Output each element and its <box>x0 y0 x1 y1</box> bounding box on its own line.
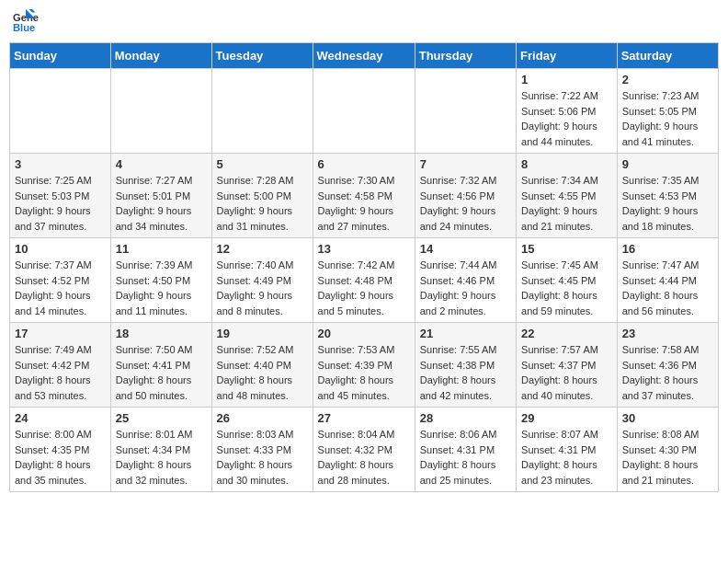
day-info: Sunrise: 7:49 AM Sunset: 4:42 PM Dayligh… <box>15 342 106 403</box>
page-header: General Blue <box>9 9 719 35</box>
calendar-cell: 2Sunrise: 7:23 AM Sunset: 5:05 PM Daylig… <box>617 69 718 154</box>
weekday-header-tuesday: Tuesday <box>211 43 313 69</box>
day-number: 25 <box>116 411 207 425</box>
calendar-cell: 1Sunrise: 7:22 AM Sunset: 5:06 PM Daylig… <box>517 69 618 154</box>
calendar-cell: 15Sunrise: 7:45 AM Sunset: 4:45 PM Dayli… <box>517 238 618 323</box>
calendar-table: SundayMondayTuesdayWednesdayThursdayFrid… <box>9 42 719 492</box>
day-info: Sunrise: 7:37 AM Sunset: 4:52 PM Dayligh… <box>15 258 106 318</box>
calendar-cell <box>211 69 313 154</box>
calendar-week-4: 17Sunrise: 7:49 AM Sunset: 4:42 PM Dayli… <box>10 323 719 408</box>
calendar-cell <box>10 69 111 154</box>
calendar-cell: 26Sunrise: 8:03 AM Sunset: 4:33 PM Dayli… <box>211 408 313 492</box>
svg-marker-3 <box>26 9 35 18</box>
day-info: Sunrise: 7:30 AM Sunset: 4:58 PM Dayligh… <box>318 173 410 234</box>
day-number: 2 <box>622 73 713 86</box>
weekday-header-saturday: Saturday <box>617 43 718 69</box>
calendar-week-3: 10Sunrise: 7:37 AM Sunset: 4:52 PM Dayli… <box>10 238 719 323</box>
day-info: Sunrise: 7:23 AM Sunset: 5:05 PM Dayligh… <box>622 88 713 149</box>
day-info: Sunrise: 7:25 AM Sunset: 5:03 PM Dayligh… <box>15 173 106 234</box>
day-info: Sunrise: 7:50 AM Sunset: 4:41 PM Dayligh… <box>116 342 207 403</box>
day-info: Sunrise: 8:03 AM Sunset: 4:33 PM Dayligh… <box>217 427 308 488</box>
day-info: Sunrise: 7:53 AM Sunset: 4:39 PM Dayligh… <box>318 342 410 403</box>
calendar-week-2: 3Sunrise: 7:25 AM Sunset: 5:03 PM Daylig… <box>10 154 719 238</box>
day-info: Sunrise: 8:04 AM Sunset: 4:32 PM Dayligh… <box>318 427 410 488</box>
calendar-cell: 17Sunrise: 7:49 AM Sunset: 4:42 PM Dayli… <box>10 323 111 408</box>
calendar-cell: 5Sunrise: 7:28 AM Sunset: 5:00 PM Daylig… <box>211 154 313 238</box>
weekday-header-thursday: Thursday <box>415 43 516 69</box>
day-info: Sunrise: 7:44 AM Sunset: 4:46 PM Dayligh… <box>420 258 511 318</box>
day-number: 9 <box>622 157 713 171</box>
calendar-cell: 13Sunrise: 7:42 AM Sunset: 4:48 PM Dayli… <box>313 238 415 323</box>
day-info: Sunrise: 7:58 AM Sunset: 4:36 PM Dayligh… <box>622 342 713 403</box>
weekday-header-sunday: Sunday <box>10 43 111 69</box>
day-number: 10 <box>15 242 106 256</box>
calendar-cell: 11Sunrise: 7:39 AM Sunset: 4:50 PM Dayli… <box>110 238 211 323</box>
calendar-cell: 9Sunrise: 7:35 AM Sunset: 4:53 PM Daylig… <box>617 154 718 238</box>
day-info: Sunrise: 7:32 AM Sunset: 4:56 PM Dayligh… <box>420 173 511 234</box>
day-number: 14 <box>420 242 511 256</box>
day-info: Sunrise: 7:57 AM Sunset: 4:37 PM Dayligh… <box>521 342 612 403</box>
calendar-cell <box>313 69 415 154</box>
day-info: Sunrise: 8:08 AM Sunset: 4:30 PM Dayligh… <box>622 427 713 488</box>
calendar-cell <box>415 69 516 154</box>
day-info: Sunrise: 8:06 AM Sunset: 4:31 PM Dayligh… <box>420 427 511 488</box>
day-info: Sunrise: 8:07 AM Sunset: 4:31 PM Dayligh… <box>521 427 612 488</box>
day-number: 22 <box>521 327 612 340</box>
day-number: 21 <box>420 327 511 340</box>
day-number: 18 <box>116 327 207 340</box>
day-number: 13 <box>318 242 410 256</box>
day-number: 30 <box>622 411 713 425</box>
day-number: 27 <box>318 411 410 425</box>
day-number: 17 <box>15 327 106 340</box>
day-number: 23 <box>622 327 713 340</box>
day-info: Sunrise: 7:22 AM Sunset: 5:06 PM Dayligh… <box>521 88 612 149</box>
weekday-header-monday: Monday <box>110 43 211 69</box>
day-info: Sunrise: 7:35 AM Sunset: 4:53 PM Dayligh… <box>622 173 713 234</box>
day-number: 1 <box>521 73 612 86</box>
day-info: Sunrise: 7:52 AM Sunset: 4:40 PM Dayligh… <box>217 342 308 403</box>
calendar-cell: 10Sunrise: 7:37 AM Sunset: 4:52 PM Dayli… <box>10 238 111 323</box>
logo: General Blue <box>13 9 35 35</box>
day-number: 28 <box>420 411 511 425</box>
day-info: Sunrise: 7:55 AM Sunset: 4:38 PM Dayligh… <box>420 342 511 403</box>
calendar-cell: 29Sunrise: 8:07 AM Sunset: 4:31 PM Dayli… <box>517 408 618 492</box>
calendar-cell: 23Sunrise: 7:58 AM Sunset: 4:36 PM Dayli… <box>617 323 718 408</box>
calendar-cell: 28Sunrise: 8:06 AM Sunset: 4:31 PM Dayli… <box>415 408 516 492</box>
day-number: 8 <box>521 157 612 171</box>
day-number: 15 <box>521 242 612 256</box>
calendar-cell <box>110 69 211 154</box>
calendar-body: 1Sunrise: 7:22 AM Sunset: 5:06 PM Daylig… <box>10 69 719 492</box>
day-number: 3 <box>15 157 106 171</box>
calendar-cell: 20Sunrise: 7:53 AM Sunset: 4:39 PM Dayli… <box>313 323 415 408</box>
calendar-cell: 8Sunrise: 7:34 AM Sunset: 4:55 PM Daylig… <box>517 154 618 238</box>
calendar-cell: 21Sunrise: 7:55 AM Sunset: 4:38 PM Dayli… <box>415 323 516 408</box>
calendar-cell: 24Sunrise: 8:00 AM Sunset: 4:35 PM Dayli… <box>10 408 111 492</box>
day-info: Sunrise: 7:40 AM Sunset: 4:49 PM Dayligh… <box>217 258 308 318</box>
day-number: 16 <box>622 242 713 256</box>
calendar-week-5: 24Sunrise: 8:00 AM Sunset: 4:35 PM Dayli… <box>10 408 719 492</box>
calendar-cell: 19Sunrise: 7:52 AM Sunset: 4:40 PM Dayli… <box>211 323 313 408</box>
day-info: Sunrise: 7:34 AM Sunset: 4:55 PM Dayligh… <box>521 173 612 234</box>
day-number: 5 <box>217 157 308 171</box>
calendar-cell: 16Sunrise: 7:47 AM Sunset: 4:44 PM Dayli… <box>617 238 718 323</box>
calendar-cell: 25Sunrise: 8:01 AM Sunset: 4:34 PM Dayli… <box>110 408 211 492</box>
day-info: Sunrise: 7:42 AM Sunset: 4:48 PM Dayligh… <box>318 258 410 318</box>
calendar-cell: 6Sunrise: 7:30 AM Sunset: 4:58 PM Daylig… <box>313 154 415 238</box>
weekday-header-friday: Friday <box>517 43 618 69</box>
day-number: 26 <box>217 411 308 425</box>
calendar-cell: 12Sunrise: 7:40 AM Sunset: 4:49 PM Dayli… <box>211 238 313 323</box>
calendar-week-1: 1Sunrise: 7:22 AM Sunset: 5:06 PM Daylig… <box>10 69 719 154</box>
weekday-header-row: SundayMondayTuesdayWednesdayThursdayFrid… <box>10 43 719 69</box>
day-number: 6 <box>318 157 410 171</box>
day-info: Sunrise: 7:28 AM Sunset: 5:00 PM Dayligh… <box>217 173 308 234</box>
calendar-cell: 3Sunrise: 7:25 AM Sunset: 5:03 PM Daylig… <box>10 154 111 238</box>
day-info: Sunrise: 8:00 AM Sunset: 4:35 PM Dayligh… <box>15 427 106 488</box>
day-number: 24 <box>15 411 106 425</box>
day-number: 29 <box>521 411 612 425</box>
calendar-cell: 30Sunrise: 8:08 AM Sunset: 4:30 PM Dayli… <box>617 408 718 492</box>
day-number: 7 <box>420 157 511 171</box>
calendar-cell: 4Sunrise: 7:27 AM Sunset: 5:01 PM Daylig… <box>110 154 211 238</box>
day-info: Sunrise: 7:27 AM Sunset: 5:01 PM Dayligh… <box>116 173 207 234</box>
calendar-cell: 14Sunrise: 7:44 AM Sunset: 4:46 PM Dayli… <box>415 238 516 323</box>
weekday-header-wednesday: Wednesday <box>313 43 415 69</box>
